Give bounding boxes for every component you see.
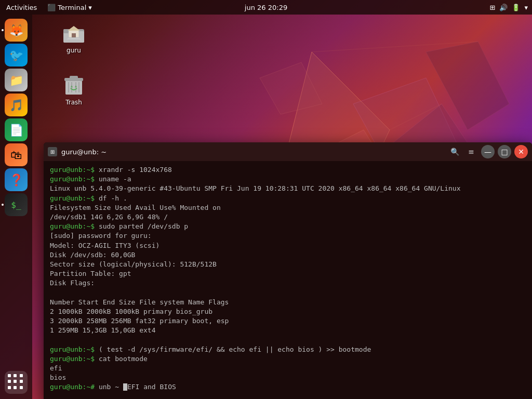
dock-item-files[interactable]: 📁 (5, 69, 28, 91)
terminal-line-21: bios (50, 373, 526, 382)
terminal-line-20: efi (50, 364, 526, 373)
terminal-line-5: Filesystem Size Used Avail Use% Mounted … (50, 203, 526, 212)
volume-icon[interactable]: 🔊 (499, 4, 508, 11)
show-applications-button[interactable] (5, 371, 28, 394)
terminal-line-2: guru@unb:~$ uname -a (50, 175, 526, 184)
terminal-line-4: guru@unb:~$ df -h . (50, 194, 526, 203)
svg-line-7 (390, 104, 442, 130)
terminal-line-9: Model: OCZ-AGIL ITY3 (scsi) (50, 241, 526, 250)
dock-item-terminal[interactable]: $_ (5, 193, 28, 216)
terminal-line-19: guru@unb:~$ cat bootmode (50, 354, 526, 364)
terminal-line-7: guru@unb:~$ sudo parted /dev/sdb p (50, 222, 526, 231)
dock-item-thunderbird[interactable]: 🐦 (5, 44, 28, 66)
terminal-line-blank1 (50, 288, 526, 297)
topbar-app-chevron: ▾ (88, 4, 92, 11)
maximize-button[interactable]: □ (498, 145, 511, 158)
terminal-line-3: Linux unb 5.4.0-39-generic #43-Ubuntu SM… (50, 184, 526, 193)
terminal-line-11: Sector size (logical/physical): 512B/512… (50, 260, 526, 269)
svg-marker-5 (426, 42, 509, 130)
terminal-line-13: Disk Flags: (50, 278, 526, 288)
desktop-icon-home[interactable]: guru (53, 20, 95, 54)
active-indicator (2, 29, 4, 31)
terminal-line-16: 3 2000kB 258MB 256MB fat32 primary boot,… (50, 316, 526, 326)
terminal-line-22: guru@unb:~# unb ~ EFI and BIOS (50, 382, 526, 392)
terminal-icon-small: ⬛ (47, 4, 56, 11)
svg-rect-16 (65, 81, 82, 95)
topbar-datetime[interactable]: jun 26 20:29 (245, 4, 287, 11)
terminal-line-14: Number Start End Size File system Name F… (50, 298, 526, 307)
topbar-left: Activities ⬛ Terminal ▾ (0, 0, 96, 15)
trash-icon (61, 72, 86, 97)
system-menu-icon[interactable]: ▾ (524, 4, 528, 11)
terminal-window-icon: ⊞ (48, 147, 57, 156)
desktop: Activities ⬛ Terminal ▾ jun 26 20:29 ⊞ 🔊… (0, 0, 532, 399)
svg-marker-8 (260, 62, 322, 114)
titlebar-left: ⊞ guru@unb: ~ (48, 147, 107, 156)
activities-button[interactable]: Activities (0, 0, 43, 15)
terminal-line-17: 1 259MB 15,3GB 15,0GB ext4 (50, 326, 526, 335)
dock: 🦊 🐦 📁 🎵 📄 🛍 ❓ $_ (0, 15, 32, 399)
dock-item-help[interactable]: ❓ (5, 168, 28, 191)
home-folder-icon (61, 20, 86, 45)
svg-rect-18 (70, 76, 78, 79)
terminal-body[interactable]: guru@unb:~$ xrandr -s 532x399 guru@unb:… (44, 161, 532, 399)
terminal-line-8: [sudo] password for guru: (50, 231, 526, 241)
dock-item-appstore[interactable]: 🛍 (5, 143, 28, 166)
terminal-line-18: guru@unb:~$ ( test -d /sys/firmware/efi/… (50, 345, 526, 354)
svg-rect-14 (72, 33, 76, 37)
titlebar-controls: 🔍 ≡ — □ ✕ (448, 145, 528, 158)
battery-icon[interactable]: 🔋 (512, 4, 520, 11)
topbar: Activities ⬛ Terminal ▾ jun 26 20:29 ⊞ 🔊… (0, 0, 532, 15)
topbar-app-menu[interactable]: ⬛ Terminal ▾ (43, 0, 96, 15)
terminal-line-blank2 (50, 335, 526, 344)
terminal-window-title: guru@unb: ~ (61, 148, 107, 156)
terminal-titlebar: ⊞ guru@unb: ~ 🔍 ≡ — □ ✕ (44, 142, 532, 161)
svg-marker-13 (68, 26, 80, 31)
network-icon[interactable]: ⊞ (490, 4, 496, 11)
home-folder-label: guru (66, 47, 81, 54)
minimize-button[interactable]: — (481, 145, 495, 158)
desktop-icon-trash[interactable]: Trash (53, 72, 95, 106)
terminal-line-1: guru@unb:~$ xrandr -s 532x399 (50, 165, 526, 175)
topbar-right: ⊞ 🔊 🔋 ▾ (490, 4, 532, 11)
close-button[interactable]: ✕ (514, 145, 528, 158)
search-button[interactable]: 🔍 (448, 145, 461, 158)
active-indicator-terminal (2, 204, 4, 206)
topbar-app-label: Terminal (58, 4, 86, 11)
trash-label: Trash (65, 99, 82, 106)
terminal-line-12: Partition Table: gpt (50, 269, 526, 278)
terminal-line-6: /dev/sdb1 14G 6,2G 6,9G 48% / (50, 212, 526, 222)
terminal-line-10: Disk /dev/sdb: 60,0GB (50, 250, 526, 260)
menu-button[interactable]: ≡ (464, 145, 478, 158)
dock-item-firefox[interactable]: 🦊 (5, 19, 28, 42)
dock-item-libreoffice[interactable]: 📄 (5, 118, 28, 141)
terminal-window: ⊞ guru@unb: ~ 🔍 ≡ — □ ✕ guru@unb:~$ xran… (44, 142, 532, 399)
terminal-line-15: 2 1000kB 2000kB 1000kB primary bios_grub (50, 307, 526, 316)
dock-item-rhythmbox[interactable]: 🎵 (5, 94, 28, 116)
svg-line-6 (312, 42, 478, 52)
